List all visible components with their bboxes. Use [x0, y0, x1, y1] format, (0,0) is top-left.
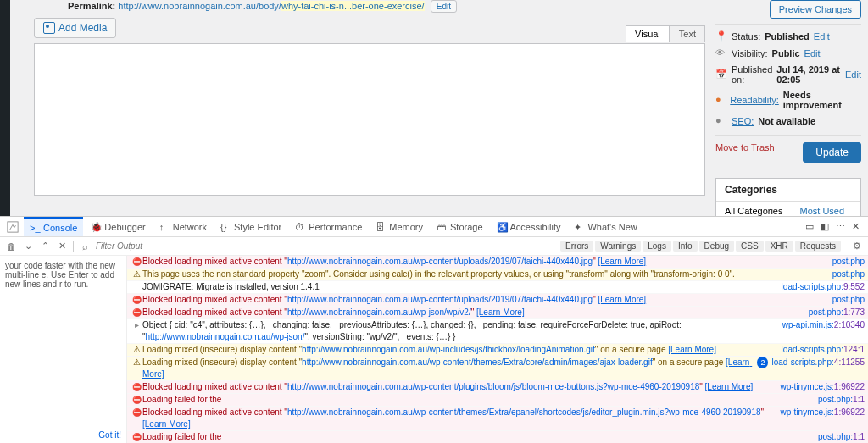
console-row: Blocked loading mixed active content "ht…	[127, 294, 868, 307]
console-chevron-up-icon[interactable]: ⌃	[39, 241, 51, 252]
learn-more-link[interactable]: [Learn More]	[598, 257, 646, 266]
admin-menu-collapsed	[0, 0, 10, 216]
editor-content[interactable]: Visual Text	[34, 43, 705, 196]
row-message: Blocked loading mixed active content "ht…	[142, 294, 826, 306]
console-filter-warnings[interactable]: Warnings	[595, 241, 641, 252]
row-location[interactable]: post.php:1:1	[811, 431, 865, 443]
console-row: Loading mixed (insecure) display content…	[127, 344, 868, 357]
devtools-tab-debugger[interactable]: 🐞Debugger	[85, 217, 151, 236]
row-location[interactable]: load-scripts.php:9:552	[775, 281, 865, 293]
console-filter-css[interactable]: CSS	[736, 241, 764, 252]
console-row: Loading failed for the with source "<spa…	[127, 394, 868, 407]
learn-more-link[interactable]: [Learn More]	[668, 345, 716, 354]
published-row: 📅 Published on: Jul 14, 2019 at 02:05 Ed…	[715, 62, 861, 87]
console-filter-debug[interactable]: Debug	[699, 241, 734, 252]
devtools-tab-storage[interactable]: 🗃Storage	[431, 217, 489, 236]
edit-date-link[interactable]: Edit	[845, 69, 861, 80]
row-message: This page uses the non standard property…	[142, 269, 826, 280]
calendar-icon: 📅	[715, 69, 727, 80]
row-location[interactable]: post.php	[826, 294, 865, 306]
readability-row: ● Readability: Needs improvement	[715, 87, 861, 113]
devtools-tab-accessibility[interactable]: ♿Accessibility	[491, 217, 567, 236]
row-icon	[131, 381, 142, 393]
got-it-link[interactable]: Got it!	[98, 430, 121, 440]
devtools-tab-what's-new[interactable]: ✦What's New	[568, 217, 643, 236]
console-row: Loading failed for the with source "<spa…	[127, 431, 868, 443]
add-media-button[interactable]: Add Media	[34, 18, 116, 38]
devtools-panel-icon[interactable]: ▭	[805, 221, 814, 232]
row-location[interactable]: post.php:1:773	[802, 307, 865, 318]
row-location[interactable]: wp-api.min.js:2:10340	[776, 319, 865, 343]
console-filter-logs[interactable]: Logs	[643, 241, 671, 252]
console-row: Object { cid: "c4", attributes: {…}, _ch…	[127, 319, 868, 344]
row-message: Object { cid: "c4", attributes: {…}, _ch…	[142, 319, 776, 343]
devtools-tab-console[interactable]: >_Console	[24, 217, 83, 236]
devtools-close-icon[interactable]: ✕	[852, 221, 860, 232]
devtools-more-icon[interactable]: ⋯	[836, 221, 845, 232]
devtools-tab-style-editor[interactable]: {}Style Editor	[214, 217, 287, 236]
console-filter-requests[interactable]: Requests	[795, 241, 841, 252]
console-row: JOMIGRATE: Migrate is installed, version…	[127, 281, 868, 294]
tab-icon: ↕	[159, 222, 170, 232]
row-icon	[131, 357, 142, 380]
edit-slug-button[interactable]: Edit	[431, 0, 457, 13]
console-row: Blocked loading mixed active content "ht…	[127, 307, 868, 319]
readability-label[interactable]: Readability:	[730, 95, 778, 105]
seo-label[interactable]: SEO:	[732, 116, 754, 126]
row-icon	[131, 344, 142, 356]
console-tip: your code faster with the new multi-line…	[0, 256, 127, 443]
console-settings-icon[interactable]: ⚙	[851, 241, 863, 252]
row-icon	[131, 256, 142, 268]
row-icon	[131, 319, 142, 343]
tab-visual[interactable]: Visual	[626, 25, 670, 42]
learn-more-link[interactable]: [Learn More]	[598, 295, 646, 304]
update-button[interactable]: Update	[803, 142, 861, 163]
console-row: This page uses the non standard property…	[127, 269, 868, 281]
tab-icon: 🐞	[91, 222, 101, 232]
devtools-tab-memory[interactable]: 🗄Memory	[370, 217, 429, 236]
devtools-tab-network[interactable]: ↕Network	[153, 217, 213, 236]
console-filter-info[interactable]: Info	[673, 241, 698, 252]
row-icon	[131, 431, 142, 443]
row-icon	[131, 269, 142, 280]
row-location[interactable]: wp-tinymce.js:1:96922	[773, 407, 865, 430]
row-location[interactable]: post.php	[826, 256, 865, 268]
status-row: 📍 Status: Published Edit	[715, 28, 861, 45]
pin-icon: 📍	[715, 30, 727, 42]
move-to-trash-link[interactable]: Move to Trash	[715, 142, 775, 152]
row-message: Loading mixed (insecure) display content…	[142, 357, 750, 380]
row-message: Loading failed for the with source "<spa…	[142, 394, 811, 406]
devtools-inspector-icon[interactable]	[3, 217, 22, 236]
devtools-tab-performance[interactable]: ⏱Performance	[289, 217, 368, 236]
console-close-icon[interactable]: ✕	[56, 241, 68, 252]
row-location[interactable]: 2load-scripts.php:4:11255	[750, 357, 865, 380]
row-message: Blocked loading mixed active content "ht…	[142, 381, 773, 393]
edit-visibility-link[interactable]: Edit	[804, 48, 821, 58]
tab-text[interactable]: Text	[670, 25, 705, 42]
row-message: JOMIGRATE: Migrate is installed, version…	[142, 281, 775, 293]
learn-more-link[interactable]: [Learn More]	[705, 382, 754, 391]
edit-status-link[interactable]: Edit	[814, 31, 830, 42]
console-clear-icon[interactable]: 🗑	[5, 241, 17, 252]
devtools-panel: >_Console🐞Debugger↕Network{}Style Editor…	[0, 216, 868, 443]
row-location[interactable]: load-scripts.php:124:1	[775, 344, 865, 356]
row-icon	[131, 281, 142, 293]
row-location[interactable]: post.php:1:1	[811, 394, 865, 406]
console-filter-input[interactable]	[96, 241, 223, 251]
readability-icon: ●	[715, 94, 726, 106]
console-row: Blocked loading mixed active content "ht…	[127, 381, 868, 394]
preview-changes-button[interactable]: Preview Changes	[770, 0, 861, 19]
permalink-url[interactable]: http://www.nobrainnogain.com.au/body/why…	[118, 1, 424, 11]
console-filter-errors[interactable]: Errors	[560, 241, 593, 252]
learn-more-link[interactable]: [Learn More]	[142, 419, 191, 429]
learn-more-link[interactable]: [Learn More]	[476, 307, 525, 317]
console-filter-xhr[interactable]: XHR	[765, 241, 793, 252]
row-location[interactable]: wp-tinymce.js:1:96922	[773, 381, 865, 393]
tab-icon: ✦	[574, 222, 584, 232]
permalink-row: Permalink: http://www.nobrainnogain.com.…	[68, 0, 705, 13]
console-chevron-down-icon[interactable]: ⌄	[22, 241, 34, 252]
svg-rect-0	[8, 221, 18, 231]
devtools-dock-icon[interactable]: ◧	[821, 221, 829, 232]
row-location[interactable]: post.php	[826, 269, 865, 280]
row-icon	[131, 307, 142, 318]
